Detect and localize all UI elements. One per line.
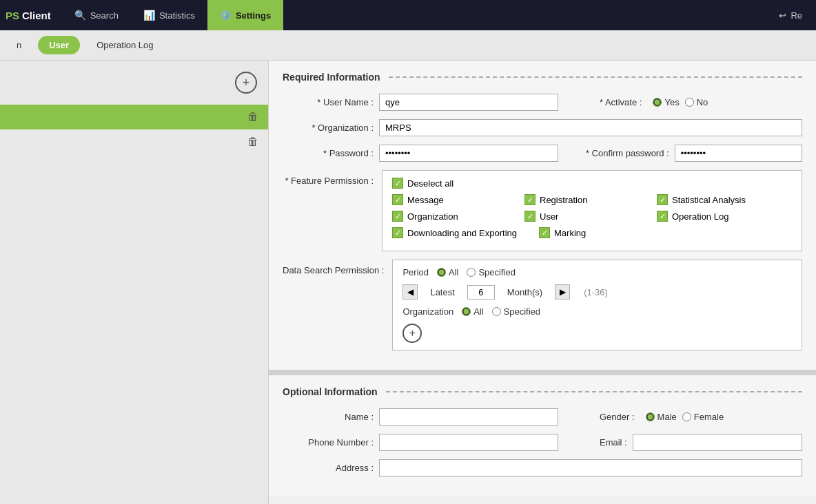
org-input[interactable] xyxy=(379,119,802,136)
name-row: Name : Gender : Male Female xyxy=(283,408,802,426)
name-input[interactable] xyxy=(379,408,558,426)
required-section-header: Required Information xyxy=(283,72,802,83)
nav-search-label: Search xyxy=(90,10,119,21)
sidebar-add-button[interactable]: + xyxy=(235,72,257,94)
redo-icon: ↩ xyxy=(779,10,786,21)
organization-checkbox[interactable]: ✓ xyxy=(392,211,403,222)
period-specified-radio[interactable] xyxy=(467,268,476,277)
phone-row: Phone Number : Email : xyxy=(283,434,802,451)
gender-female-label: Female xyxy=(694,412,724,422)
address-row: Address : xyxy=(283,459,802,476)
redo-button[interactable]: ↩ Re xyxy=(779,10,810,21)
gender-female-option[interactable]: Female xyxy=(682,412,724,422)
content-area: Required Information * User Name : * Act… xyxy=(269,61,816,504)
nav-search[interactable]: 🔍 Search xyxy=(62,0,131,30)
required-section-line xyxy=(389,76,802,78)
name-label: Name : xyxy=(283,412,379,422)
activate-no-label: No xyxy=(697,97,708,107)
perm-row-3: ✓ Downloading and Exporting ✓ Marking xyxy=(392,227,792,238)
perm-organization[interactable]: ✓ Organization xyxy=(392,211,502,222)
marking-checkbox[interactable]: ✓ xyxy=(539,227,550,238)
perm-row-1: ✓ Message ✓ Registration ✓ Statistical A… xyxy=(392,194,792,205)
data-search-label: Data Search Permission : xyxy=(283,260,389,275)
perm-message[interactable]: ✓ Message xyxy=(392,194,502,205)
username-label: * User Name : xyxy=(283,97,379,107)
nav-settings-label: Settings xyxy=(236,10,271,21)
optional-section-title: Optional Information xyxy=(283,386,378,397)
org-search-row: Organization All Specified xyxy=(402,306,792,317)
org-all-radio[interactable] xyxy=(462,307,471,316)
subnav-n[interactable]: n xyxy=(6,36,32,54)
period-all-radio[interactable] xyxy=(437,268,446,277)
perm-statistical-analysis[interactable]: ✓ Statistical Analysis xyxy=(657,194,767,205)
org-input-wrapper xyxy=(379,119,802,136)
phone-label: Phone Number : xyxy=(283,437,379,448)
perm-user[interactable]: ✓ User xyxy=(524,211,635,222)
nav-settings[interactable]: ⚙️ Settings xyxy=(207,0,283,30)
confirm-password-input[interactable] xyxy=(675,145,802,162)
perm-registration[interactable]: ✓ Registration xyxy=(524,194,635,205)
perm-downloading[interactable]: ✓ Downloading and Exporting xyxy=(392,227,517,238)
org-specified-label: Specified xyxy=(504,306,540,317)
month-prev-button[interactable]: ◀ xyxy=(402,284,418,300)
activate-label: * Activate : xyxy=(600,97,642,107)
perm-marking[interactable]: ✓ Marking xyxy=(539,227,649,238)
activate-radio-group: Yes No xyxy=(653,97,708,107)
gender-female-radio[interactable] xyxy=(682,412,691,421)
password-input[interactable] xyxy=(379,145,558,162)
settings-nav-icon: ⚙️ xyxy=(220,10,232,21)
statistical-analysis-checkbox[interactable]: ✓ xyxy=(657,194,668,205)
period-all-option[interactable]: All xyxy=(437,267,458,277)
perm-operation-log[interactable]: ✓ Operation Log xyxy=(657,211,767,222)
username-input[interactable] xyxy=(379,94,558,111)
month-nav-row: ◀ Latest Month(s) ▶ (1-36) xyxy=(402,284,792,300)
org-specified-radio[interactable] xyxy=(492,307,501,316)
downloading-checkbox[interactable]: ✓ xyxy=(392,227,403,238)
month-next-button[interactable]: ▶ xyxy=(555,284,570,300)
activate-yes-radio[interactable] xyxy=(653,98,662,107)
org-specified-option[interactable]: Specified xyxy=(492,306,540,317)
deselect-all-item[interactable]: ✓ Deselect all xyxy=(392,178,502,189)
sidebar: + 🗑 🗑 xyxy=(0,61,269,504)
org-all-label: All xyxy=(473,306,483,317)
email-label: Email : xyxy=(600,437,627,448)
optional-section-header: Optional Information xyxy=(283,386,802,397)
sidebar-row-2[interactable]: 🗑 xyxy=(0,129,268,154)
registration-checkbox[interactable]: ✓ xyxy=(524,194,536,205)
deselect-all-label: Deselect all xyxy=(407,178,453,189)
subnav-user[interactable]: User xyxy=(38,36,80,54)
password-label: * Password : xyxy=(283,148,379,158)
activate-no-radio[interactable] xyxy=(685,98,694,107)
user-checkbox[interactable]: ✓ xyxy=(524,211,536,222)
months-label: Month(s) xyxy=(507,287,542,297)
message-checkbox[interactable]: ✓ xyxy=(392,194,403,205)
nav-statistics[interactable]: 📊 Statistics xyxy=(131,0,207,30)
email-input[interactable] xyxy=(633,434,802,451)
data-search-add-button[interactable]: + xyxy=(402,324,422,343)
required-section-title: Required Information xyxy=(283,72,380,83)
feature-permission-label: * Feature Permission : xyxy=(283,170,379,186)
period-specified-option[interactable]: Specified xyxy=(467,267,515,277)
sidebar-row-1[interactable]: 🗑 xyxy=(0,105,268,129)
deselect-all-checkbox[interactable]: ✓ xyxy=(392,178,403,189)
address-input-wrapper xyxy=(379,459,802,476)
delete-icon-2[interactable]: 🗑 xyxy=(243,132,263,151)
gender-male-option[interactable]: Male xyxy=(646,412,677,422)
feature-permission-row: * Feature Permission : ✓ Deselect all ✓ … xyxy=(283,170,802,251)
org-all-option[interactable]: All xyxy=(462,306,483,317)
downloading-label: Downloading and Exporting xyxy=(407,228,517,238)
statistics-nav-icon: 📊 xyxy=(143,10,155,21)
org-row: * Organization : xyxy=(283,119,802,136)
phone-input[interactable] xyxy=(379,434,558,451)
delete-icon-1[interactable]: 🗑 xyxy=(243,107,263,127)
operation-log-checkbox[interactable]: ✓ xyxy=(657,211,668,222)
registration-label: Registration xyxy=(540,195,587,205)
section-separator xyxy=(269,370,816,375)
subnav-operation-log[interactable]: Operation Log xyxy=(85,36,164,54)
address-input[interactable] xyxy=(379,459,802,476)
month-input[interactable] xyxy=(467,285,495,300)
activate-yes-option[interactable]: Yes xyxy=(653,97,679,107)
gender-male-radio[interactable] xyxy=(646,412,655,421)
activate-no-option[interactable]: No xyxy=(685,97,708,107)
user-label: User xyxy=(540,211,558,222)
